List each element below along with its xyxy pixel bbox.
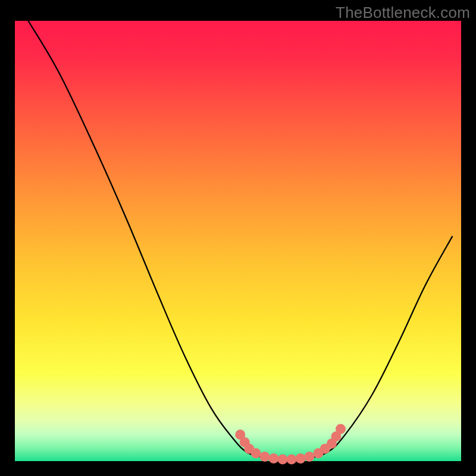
- watermark-text: TheBottleneck.com: [336, 4, 470, 22]
- highlight-dot: [287, 455, 297, 465]
- highlight-dot: [260, 452, 270, 462]
- chart-background: [15, 21, 461, 461]
- highlight-dot: [336, 424, 346, 434]
- highlight-dot: [278, 455, 288, 465]
- highlight-dot: [251, 448, 261, 458]
- highlight-dot: [269, 453, 279, 464]
- highlight-dot: [305, 452, 315, 462]
- highlight-dot: [296, 453, 306, 464]
- chart-container: { "watermark": "TheBottleneck.com", "cha…: [0, 0, 476, 476]
- bottleneck-chart: [0, 0, 476, 476]
